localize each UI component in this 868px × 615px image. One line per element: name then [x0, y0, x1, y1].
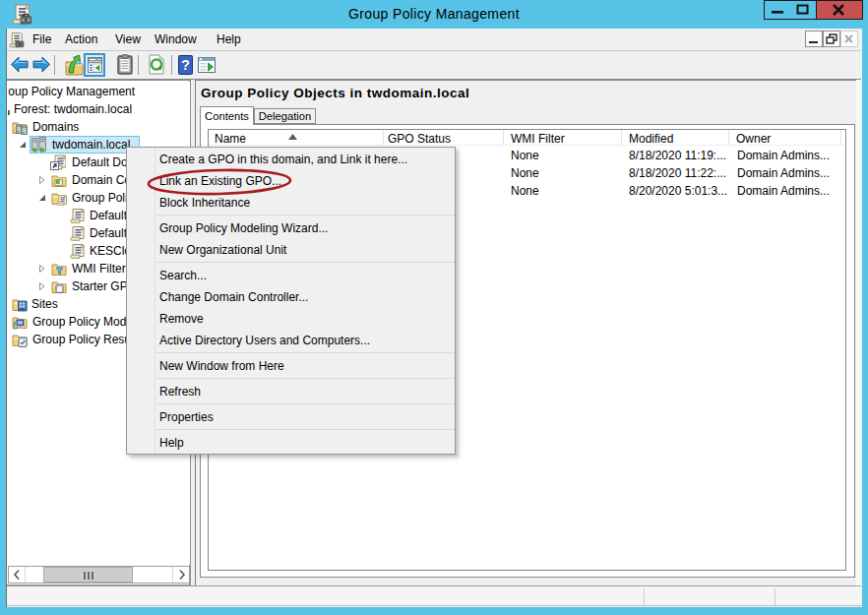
svg-text:?: ?	[181, 57, 190, 73]
